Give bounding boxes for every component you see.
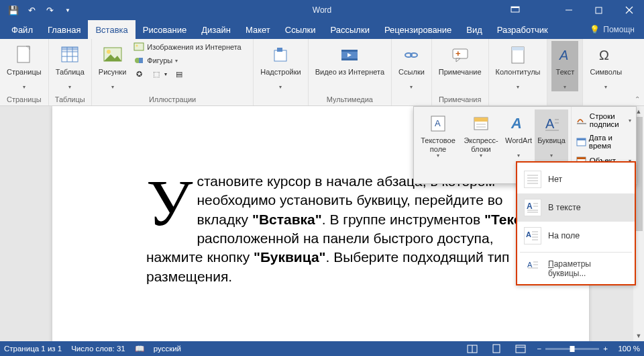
tab-insert[interactable]: Вставка <box>88 20 135 39</box>
smartart-icon: ▤ <box>174 69 184 79</box>
svg-rect-12 <box>62 47 78 50</box>
tab-home[interactable]: Главная <box>40 20 88 39</box>
zoom-in-button[interactable]: + <box>603 345 608 353</box>
dropcap-option-dropped[interactable]: A В тексте <box>517 193 635 222</box>
pages-button[interactable]: Страницы ▾ <box>4 41 44 91</box>
group-media-label: Мультимедиа <box>327 94 373 105</box>
svg-rect-49 <box>577 157 586 159</box>
svg-rect-47 <box>577 138 586 140</box>
smartart-button[interactable]: ▤ <box>172 68 186 80</box>
dropcap-option-none[interactable]: Нет <box>517 165 635 193</box>
header-footer-label: Колонтитулы <box>496 68 541 85</box>
close-button[interactable] <box>614 0 644 20</box>
chevron-down-icon: ▾ <box>437 152 439 159</box>
video-icon <box>340 42 359 68</box>
zoom-slider-thumb[interactable] <box>570 346 575 352</box>
svg-text:A: A <box>559 48 568 62</box>
tab-review[interactable]: Рецензирование <box>377 20 459 39</box>
zoom-out-button[interactable]: − <box>537 345 542 353</box>
svg-rect-37 <box>474 118 488 122</box>
online-pictures-button[interactable]: Изображения из Интернета <box>131 41 249 53</box>
shapes-button[interactable]: Фигуры ▾ <box>131 54 249 66</box>
zoom-slider[interactable] <box>545 348 599 350</box>
svg-text:A: A <box>526 230 531 238</box>
table-button[interactable]: Таблица ▾ <box>53 41 87 91</box>
view-web-layout-button[interactable] <box>513 343 528 355</box>
textbox-button[interactable]: A Текстовое поле ▾ <box>417 109 460 171</box>
qat-customize-button[interactable]: ▼ <box>60 2 76 18</box>
view-print-layout-button[interactable] <box>489 343 504 355</box>
dropcap-option-margin[interactable]: A На поле <box>517 222 635 250</box>
tab-developer[interactable]: Разработчик <box>490 20 555 39</box>
svg-rect-70 <box>493 345 500 353</box>
ribbon: Страницы ▾ Страницы Таблица ▾ Таблицы Ри… <box>0 39 644 106</box>
icons-gallery-button[interactable]: ✪ <box>131 68 146 80</box>
tab-draw[interactable]: Рисование <box>136 20 194 39</box>
zoom-control: − + 100 % <box>537 345 640 353</box>
save-button[interactable]: 💾 <box>5 2 21 18</box>
minimize-button[interactable] <box>553 0 584 20</box>
group-illustrations-label: Иллюстрации <box>149 94 196 105</box>
maximize-button[interactable] <box>584 0 614 20</box>
quickparts-label: Экспресс-блоки <box>462 136 500 154</box>
tab-design[interactable]: Дизайн <box>194 20 238 39</box>
text-label: Текст <box>556 68 575 85</box>
status-page[interactable]: Страница 1 из 1 <box>4 345 62 353</box>
ribbon-tabs: Файл Главная Вставка Рисование Дизайн Ма… <box>0 20 644 39</box>
svg-rect-3 <box>596 7 602 13</box>
svg-rect-24 <box>341 58 358 60</box>
dropcap-options-label: араметры буквицы... <box>548 259 591 278</box>
undo-button[interactable]: ↶ <box>23 2 40 18</box>
collapse-ribbon-button[interactable]: ⌃ <box>635 95 640 103</box>
status-language[interactable]: русский <box>154 345 181 353</box>
header-footer-button[interactable]: Колонтитулы ▾ <box>493 41 543 91</box>
wordart-icon: A <box>510 111 527 136</box>
svg-text:A: A <box>511 115 522 132</box>
picture-icon <box>103 42 123 68</box>
group-comments: + Примечание Примечания <box>432 39 489 105</box>
svg-rect-19 <box>274 50 286 61</box>
pictures-button[interactable]: Рисунки ▾ <box>96 41 129 91</box>
tab-view[interactable]: Вид <box>459 20 490 39</box>
datetime-button[interactable]: Дата и время <box>573 131 635 152</box>
chevron-down-icon: ▾ <box>604 84 607 90</box>
view-read-mode-button[interactable] <box>465 343 480 355</box>
chevron-down-icon: ▾ <box>517 84 519 90</box>
signature-line-button[interactable]: Строки подписи ▾ <box>573 109 635 131</box>
document-text[interactable]: становите курсор в начале абзаца, в кото… <box>146 173 539 284</box>
comment-button[interactable]: + Примечание <box>436 41 484 87</box>
quickparts-button[interactable]: Экспресс-блоки ▾ <box>460 109 502 171</box>
symbols-button[interactable]: Ω Символы ▾ <box>587 41 625 91</box>
tab-references[interactable]: Ссылки <box>278 20 323 39</box>
zoom-percentage[interactable]: 100 % <box>612 345 640 353</box>
tab-layout[interactable]: Макет <box>238 20 278 39</box>
tab-mailings[interactable]: Рассылки <box>323 20 377 39</box>
quick-access-toolbar: 💾 ↶ ↷ ▼ <box>0 2 76 18</box>
addins-button[interactable]: Надстройки ▾ <box>258 41 303 91</box>
svg-text:Ω: Ω <box>599 48 609 62</box>
svg-text:A: A <box>435 118 441 128</box>
comment-icon: + <box>451 42 470 68</box>
ribbon-display-options-button[interactable] <box>500 0 530 20</box>
group-media: Видео из Интернета Мультимедиа <box>309 39 392 105</box>
tell-me-search[interactable]: 💡 Помощн <box>580 20 644 39</box>
online-pictures-label: Изображения из Интернета <box>147 43 241 51</box>
tab-file[interactable]: Файл <box>4 20 40 39</box>
redo-button[interactable]: ↷ <box>42 2 58 18</box>
omega-icon: Ω <box>597 42 614 68</box>
dropcap-label: Буквица <box>537 136 566 154</box>
group-addins: Надстройки ▾ <box>254 39 308 105</box>
group-pages-label: Страницы <box>7 94 42 105</box>
text-button[interactable]: A Текст ▾ <box>551 41 578 91</box>
3d-models-button[interactable]: ⬚▾ <box>149 68 169 80</box>
status-word-count[interactable]: Число слов: 31 <box>71 345 125 353</box>
links-button[interactable]: Ссылки ▾ <box>396 41 427 91</box>
menu-separator <box>520 252 632 253</box>
dropcap-options-icon: A <box>527 259 539 270</box>
dropcap-options-item[interactable]: A Параметры буквицы... <box>517 255 635 284</box>
scroll-down-button[interactable]: ▼ <box>633 330 644 341</box>
dropcap-margin-label: На поле <box>548 231 580 240</box>
group-tables: Таблица ▾ Таблицы <box>49 39 92 105</box>
status-proofing[interactable]: 📖 <box>135 344 144 353</box>
online-video-button[interactable]: Видео из Интернета <box>313 41 387 87</box>
